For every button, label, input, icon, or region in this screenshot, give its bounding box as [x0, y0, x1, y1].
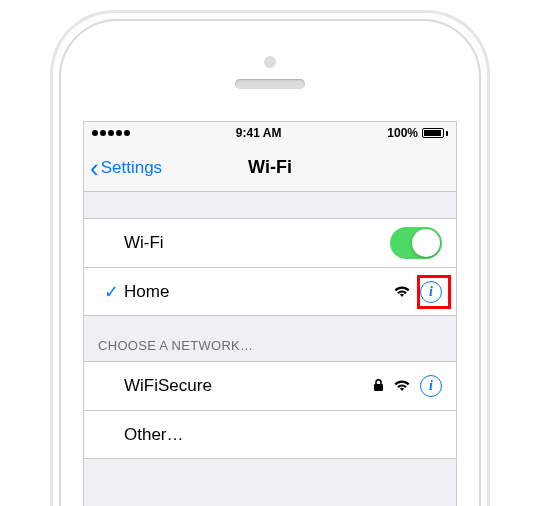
wifi-toggle-row: Wi-Fi — [84, 219, 456, 267]
wifi-group: Wi-Fi ✓ Home — [84, 218, 456, 316]
status-time: 9:41 AM — [236, 126, 282, 140]
checkmark-icon: ✓ — [98, 281, 124, 303]
chevron-left-icon: ‹ — [90, 155, 99, 181]
wifi-signal-icon — [394, 380, 410, 392]
back-button[interactable]: ‹ Settings — [90, 144, 162, 191]
screen: 9:41 AM 100% ‹ Settings Wi-Fi — [83, 121, 457, 506]
status-bar: 9:41 AM 100% — [84, 122, 456, 144]
choose-network-header: CHOOSE A NETWORK… — [84, 316, 456, 362]
networks-group: WiFiSecure — [84, 362, 456, 459]
battery-percentage: 100% — [387, 126, 418, 140]
battery-icon — [422, 128, 448, 138]
network-name: WiFiSecure — [124, 376, 373, 396]
info-icon[interactable]: i — [420, 281, 442, 303]
network-row[interactable]: WiFiSecure — [84, 362, 456, 410]
wifi-toggle-switch[interactable] — [390, 227, 442, 259]
earpiece-speaker — [235, 79, 305, 89]
other-network-row[interactable]: Other… — [84, 410, 456, 458]
lock-icon — [373, 378, 384, 395]
info-icon[interactable]: i — [420, 375, 442, 397]
connected-network-name: Home — [124, 282, 394, 302]
other-label: Other… — [124, 425, 442, 445]
cellular-signal-icon — [92, 130, 130, 136]
volume-down-button — [50, 253, 53, 301]
phone-frame: 9:41 AM 100% ‹ Settings Wi-Fi — [50, 10, 490, 506]
power-button — [487, 173, 490, 223]
connected-network-row[interactable]: ✓ Home i — [84, 267, 456, 315]
svg-rect-0 — [374, 384, 383, 391]
mute-switch — [50, 143, 53, 171]
nav-bar: ‹ Settings Wi-Fi — [84, 144, 456, 192]
wifi-signal-icon — [394, 286, 410, 298]
page-title: Wi-Fi — [248, 157, 292, 178]
back-label: Settings — [101, 158, 162, 178]
volume-up-button — [50, 193, 53, 241]
wifi-toggle-label: Wi-Fi — [124, 233, 390, 253]
front-camera — [264, 56, 276, 68]
